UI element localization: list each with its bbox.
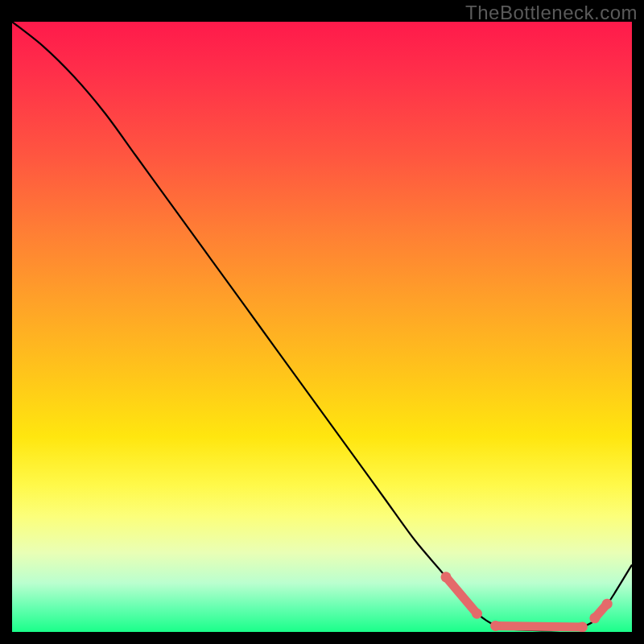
watermark-text: TheBottleneck.com: [465, 2, 638, 24]
curve-svg: [12, 22, 632, 632]
highlight-marker: [490, 621, 501, 631]
highlight-segment: [446, 577, 477, 613]
highlight-marker: [472, 609, 482, 619]
highlight-marker: [577, 621, 588, 632]
marker-group: [441, 572, 613, 632]
highlight-marker: [589, 613, 600, 623]
highlight-marker: [602, 599, 613, 609]
chart-frame: TheBottleneck.com: [0, 0, 644, 644]
highlight-marker: [441, 572, 452, 582]
plot-area: [12, 22, 632, 632]
highlight-segment: [496, 625, 583, 627]
bottleneck-curve-line: [12, 22, 632, 630]
